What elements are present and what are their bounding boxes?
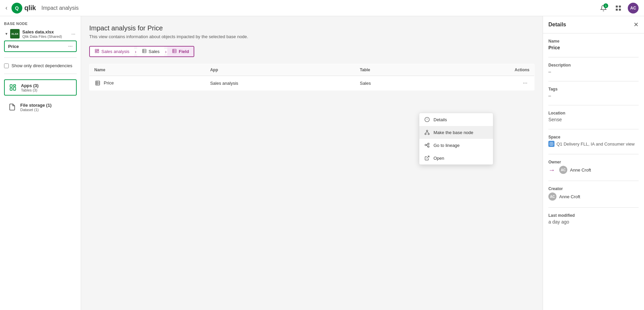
detail-tags-section: Tags – [548, 87, 639, 98]
col-app: App [205, 64, 355, 76]
page-title: Impact analysis [41, 5, 78, 11]
file-storage-dep-sub: Dataset (1) [20, 108, 73, 112]
back-icon: ‹ [5, 4, 7, 11]
svg-line-30 [425, 131, 427, 133]
detail-location-label: Location [548, 111, 639, 115]
svg-rect-33 [428, 143, 429, 145]
file-storage-dep-item[interactable]: File storage (1) Dataset (1) [4, 100, 77, 114]
chart-breadcrumb-icon [95, 49, 99, 54]
breadcrumb-label-sales: Sales [149, 49, 160, 54]
breadcrumb-item-sales[interactable]: Sales [137, 47, 165, 56]
row-icon-wrapper: Price [94, 80, 114, 86]
col-actions: Actions [437, 64, 534, 76]
detail-name-value: Price [548, 45, 639, 50]
detail-lastmod-label: Last modified [548, 213, 639, 218]
menu-item-go-lineage[interactable]: Go to lineage [419, 139, 493, 152]
detail-tags-value: – [548, 93, 639, 98]
row-table-cell: Sales [355, 76, 437, 91]
right-panel-header: Details ✕ [543, 16, 644, 33]
row-actions-cell: ··· [437, 76, 534, 91]
breadcrumb-sep-1: › [134, 49, 137, 54]
direct-deps-checkbox-row: Show only direct dependencies [4, 63, 77, 68]
context-menu: Details Make the base node [419, 113, 493, 165]
menu-item-open[interactable]: Open [419, 152, 493, 164]
notification-badge: 1 [603, 3, 608, 8]
details-panel-title: Details [548, 22, 566, 28]
main-layout: Base node ▾ XLSX Sales data.xlsx Qlik Da… [0, 16, 644, 310]
svg-rect-34 [428, 146, 429, 147]
svg-line-36 [426, 145, 428, 147]
file-node-name: Sales data.xlsx [22, 29, 69, 34]
menu-label-make-base-node: Make the base node [434, 130, 473, 135]
qlik-logo-text: qlik [24, 4, 36, 12]
file-storage-dep-info: File storage (1) Dataset (1) [20, 103, 73, 112]
close-panel-button[interactable]: ✕ [634, 21, 639, 28]
apps-grid-button[interactable] [613, 3, 624, 14]
owner-avatar: AC [559, 166, 567, 174]
detail-creator-section: Creator AC Anne Croft [548, 186, 639, 201]
page-subtitle: This view contains information about obj… [89, 34, 535, 39]
detail-name-label: Name [548, 39, 639, 44]
breadcrumb-item-sales-analysis[interactable]: Sales analysis [90, 47, 134, 56]
user-avatar[interactable]: AC [628, 3, 639, 14]
menu-item-make-base-node[interactable]: Make the base node [419, 126, 493, 139]
detail-description-value: – [548, 69, 639, 74]
col-name: Name [90, 64, 205, 76]
svg-rect-0 [616, 5, 618, 7]
table-row: Price Sales analysis Sales ··· [90, 76, 535, 91]
open-icon [424, 155, 430, 161]
svg-rect-16 [173, 49, 176, 53]
price-tag-label: Price [8, 44, 19, 49]
detail-divider-3 [548, 105, 639, 105]
svg-rect-1 [619, 5, 621, 7]
svg-point-39 [551, 143, 552, 145]
row-name-value: Price [104, 80, 114, 85]
svg-rect-8 [95, 49, 97, 51]
detail-owner-value: Anne Croft [570, 167, 591, 173]
svg-rect-32 [425, 144, 426, 146]
right-panel-body: Name Price Description – Tags – Location… [543, 33, 644, 310]
left-sidebar: Base node ▾ XLSX Sales data.xlsx Qlik Da… [0, 16, 81, 310]
detail-description-section: Description – [548, 63, 639, 74]
col-table: Table [355, 64, 437, 76]
menu-item-details[interactable]: Details [419, 113, 493, 126]
svg-rect-11 [97, 51, 99, 53]
lineage-icon [424, 142, 430, 148]
detail-divider-2 [548, 81, 639, 81]
file-storage-dep-icon [7, 102, 17, 112]
xlsx-icon: XLSX [10, 29, 20, 38]
svg-rect-10 [95, 51, 97, 53]
menu-label-details: Details [434, 117, 447, 122]
row-app-cell: Sales analysis [205, 76, 355, 91]
back-button[interactable]: ‹ [5, 4, 7, 11]
notification-button[interactable]: 1 [598, 3, 609, 14]
price-more-button[interactable]: ··· [68, 43, 73, 49]
file-more-button[interactable]: ··· [71, 31, 75, 36]
svg-rect-12 [143, 49, 146, 53]
breadcrumb-label-sales-analysis: Sales analysis [101, 49, 129, 54]
topbar-right: 1 AC [598, 3, 639, 14]
apps-dep-item[interactable]: Apps (3) Tables (3) [4, 79, 77, 96]
apps-dep-sub: Tables (3) [21, 88, 73, 92]
detail-space-value: Q1 Delivery FLL, IA and Consumer view [556, 141, 635, 147]
svg-line-31 [427, 131, 429, 133]
sidebar-divider-2 [4, 74, 77, 74]
file-storage-dep-title: File storage (1) [20, 103, 73, 108]
price-tag[interactable]: Price ··· [4, 41, 77, 52]
breadcrumb-sep-2: › [164, 49, 167, 54]
svg-rect-2 [616, 8, 618, 10]
breadcrumb-item-field[interactable]: Field [167, 47, 194, 56]
direct-deps-checkbox[interactable] [4, 63, 9, 68]
svg-line-37 [427, 156, 429, 158]
row-name-cell: Price [90, 76, 205, 91]
detail-location-section: Location Sense [548, 111, 639, 122]
detail-divider-4 [548, 129, 639, 129]
file-node-sub: Qlik Data Files (Shared) [22, 34, 69, 38]
svg-point-29 [428, 133, 429, 135]
svg-rect-7 [14, 87, 16, 90]
sidebar-divider-1 [4, 57, 77, 58]
qlik-logo-q: Q [15, 5, 19, 11]
row-more-button[interactable]: ··· [521, 79, 529, 87]
field-breadcrumb-icon [172, 49, 177, 54]
impact-table: Name App Table Actions [89, 64, 535, 91]
